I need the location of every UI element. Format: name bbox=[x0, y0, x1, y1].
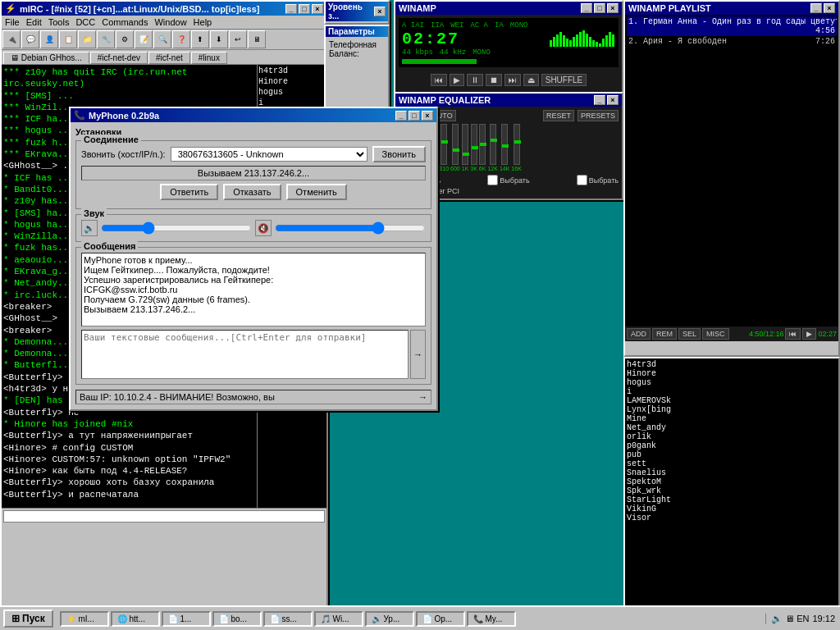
tab-linux[interactable]: #linux bbox=[191, 52, 227, 64]
myphone-connection-section: Соединение Звонить (хост/IP/n.): 3806763… bbox=[75, 140, 431, 209]
eq-slider-3K[interactable] bbox=[471, 124, 477, 165]
level-close-btn[interactable]: × bbox=[374, 7, 386, 16]
myphone-maximize-btn[interactable]: □ bbox=[409, 111, 420, 121]
winamp-shuffle-btn[interactable]: SHUFFLE bbox=[541, 74, 587, 86]
playlist-close-btn[interactable]: × bbox=[824, 3, 835, 13]
eq-check2[interactable] bbox=[487, 175, 498, 185]
myphone-answer-btn[interactable]: Ответить bbox=[160, 184, 218, 200]
winamp-ac: AC A bbox=[470, 21, 488, 30]
winamp-minimize-btn[interactable]: _ bbox=[581, 3, 592, 13]
playlist-item-2-text: Ария - Я свободен bbox=[643, 37, 727, 46]
winamp-close-btn[interactable]: × bbox=[607, 3, 619, 13]
menu-file[interactable]: File bbox=[5, 17, 20, 27]
playlist-rem-btn[interactable]: REM bbox=[652, 328, 677, 340]
toolbar-btn-1[interactable]: 🔌 bbox=[2, 30, 21, 48]
toolbar-btn-13[interactable]: ↩ bbox=[229, 30, 247, 48]
mirc-maximize-btn[interactable]: □ bbox=[299, 4, 310, 14]
toolbar-btn-4[interactable]: 📋 bbox=[59, 30, 77, 48]
menu-commands[interactable]: Commands bbox=[102, 17, 148, 27]
myphone-titlebar: 📞 MyPhone 0.2b9a _ □ × bbox=[71, 108, 436, 122]
eq-slider-12K[interactable] bbox=[490, 124, 496, 165]
toolbar-btn-12[interactable]: ⬇ bbox=[210, 30, 228, 48]
winamp-khz-val: 44 kHz bbox=[440, 48, 466, 57]
myphone-minimize-btn[interactable]: _ bbox=[395, 111, 407, 121]
eq-presets-btn[interactable]: PRESETS bbox=[578, 110, 619, 121]
playlist-minimize-btn[interactable]: _ bbox=[810, 3, 822, 13]
eq-check3[interactable] bbox=[577, 175, 587, 185]
taskbar-item-op[interactable]: 📄 Оp... bbox=[416, 611, 465, 627]
eq-minimize-btn[interactable]: _ bbox=[594, 95, 605, 105]
eq-slider-16K[interactable] bbox=[514, 124, 520, 165]
playlist-misc-btn[interactable]: MISC bbox=[702, 328, 729, 340]
menu-tools[interactable]: Tools bbox=[48, 17, 70, 27]
taskbar-item-1[interactable]: 📄 1... bbox=[162, 611, 211, 627]
taskbar-item-wi[interactable]: 🎵 Wi... bbox=[314, 611, 363, 627]
start-button[interactable]: ⊞ Пуск bbox=[3, 609, 53, 628]
eq-slider-6K[interactable] bbox=[479, 124, 486, 165]
toolbar-btn-9[interactable]: 🔍 bbox=[153, 30, 171, 48]
playlist-item-2[interactable]: 2. Ария - Я свободен 7:26 bbox=[627, 36, 837, 47]
message-line: Ищем Гейткипер.... Пожалуйста, подождите… bbox=[84, 265, 423, 275]
myphone-sound-slider[interactable] bbox=[101, 221, 252, 235]
eq-check3-label: Выбрать bbox=[589, 176, 619, 185]
toolbar-btn-7[interactable]: ⚙ bbox=[116, 30, 134, 48]
playlist-item-1[interactable]: 1. Герман Анна - Один раз в год сады цве… bbox=[627, 16, 837, 36]
winamp-stop-btn[interactable]: ⏹ bbox=[486, 74, 502, 86]
myphone-sound-mute-btn[interactable]: 🔇 bbox=[255, 220, 272, 236]
mirc-close-btn[interactable]: × bbox=[312, 4, 323, 14]
winamp-next-btn[interactable]: ⏭ bbox=[504, 74, 521, 86]
mirc-minimize-btn[interactable]: _ bbox=[285, 4, 297, 14]
toolbar-btn-14[interactable]: 🖥 bbox=[248, 30, 266, 48]
myphone-close-btn[interactable]: × bbox=[422, 111, 433, 121]
toolbar-btn-10[interactable]: ❓ bbox=[172, 30, 190, 48]
playlist-play-btn[interactable]: ▶ bbox=[802, 328, 816, 340]
menu-window[interactable]: Window bbox=[154, 17, 186, 27]
toolbar-btn-3[interactable]: 👤 bbox=[40, 30, 58, 48]
myphone-call-select[interactable]: 380676313605 - Unknown bbox=[171, 147, 368, 162]
eq-slider-1K[interactable] bbox=[462, 124, 468, 165]
toolbar-btn-8[interactable]: 📝 bbox=[135, 30, 153, 48]
taskbar-item-mirc[interactable]: ⚡ mI... bbox=[60, 611, 109, 627]
playlist-item-1-text: Герман Анна - Один раз в год сады цветут bbox=[643, 17, 837, 26]
eq-slider-14K[interactable] bbox=[501, 124, 508, 165]
toolbar-btn-6[interactable]: 🔧 bbox=[97, 30, 115, 48]
playlist-prev-btn[interactable]: ⏮ bbox=[785, 328, 801, 340]
winamp-play-btn[interactable]: ▶ bbox=[450, 74, 464, 86]
menu-help[interactable]: Help bbox=[194, 17, 212, 27]
myphone-messages-input[interactable] bbox=[81, 330, 409, 379]
myphone-sound-slider2[interactable] bbox=[275, 221, 426, 235]
taskbar-item-ss[interactable]: 📄 ss... bbox=[263, 611, 313, 627]
eq-band-label-6K: 6K bbox=[479, 166, 486, 171]
myphone-send-btn[interactable]: → bbox=[410, 330, 426, 379]
spectrum-bar bbox=[599, 43, 601, 47]
winamp-pause-btn[interactable]: ⏸ bbox=[467, 74, 483, 86]
taskbar: ⊞ Пуск ⚡ mI... 🌐 htt... 📄 1... 📄 bo... 📄… bbox=[0, 605, 840, 630]
winamp-eject-btn[interactable]: ⏏ bbox=[523, 74, 539, 86]
taskbar-item-my[interactable]: 📞 My... bbox=[467, 611, 516, 627]
toolbar-btn-11[interactable]: ⬆ bbox=[191, 30, 209, 48]
taskbar-item-htt[interactable]: 🌐 htt... bbox=[111, 611, 160, 627]
menu-dcc[interactable]: DCC bbox=[75, 17, 95, 27]
tab-icf-net-dev[interactable]: #icf-net-dev bbox=[90, 52, 148, 64]
myphone-reject-btn[interactable]: Отказать bbox=[223, 184, 281, 200]
winamp-maximize-btn[interactable]: □ bbox=[594, 3, 605, 13]
playlist-add-btn[interactable]: ADD bbox=[627, 328, 651, 340]
taskbar-item-bo[interactable]: 📄 bo... bbox=[212, 611, 262, 627]
winamp-prev-btn[interactable]: ⏮ bbox=[431, 74, 447, 86]
winamp-titlebar: WINAMP _ □ × bbox=[395, 2, 622, 15]
mirc-input[interactable] bbox=[3, 510, 325, 523]
menu-edit[interactable]: Edit bbox=[26, 17, 42, 27]
eq-knob-310 bbox=[441, 140, 448, 144]
taskbar-item-ur[interactable]: 🔊 Ур... bbox=[365, 611, 414, 627]
eq-reset-btn[interactable]: RESET bbox=[543, 110, 574, 121]
myphone-call-btn[interactable]: Звонить bbox=[372, 146, 426, 162]
eq-close-btn[interactable]: × bbox=[607, 95, 619, 105]
toolbar-btn-2[interactable]: 💬 bbox=[21, 30, 39, 48]
tab-icf-net[interactable]: #icf-net bbox=[148, 52, 190, 64]
eq-slider-600[interactable] bbox=[452, 124, 459, 165]
playlist-sel-btn[interactable]: SEL bbox=[678, 328, 701, 340]
tab-debian[interactable]: 🖥 Debian GHhos... bbox=[3, 52, 89, 64]
eq-slider-310[interactable] bbox=[441, 124, 447, 165]
myphone-cancel-btn[interactable]: Отменить bbox=[286, 184, 347, 200]
toolbar-btn-5[interactable]: 📁 bbox=[78, 30, 96, 48]
